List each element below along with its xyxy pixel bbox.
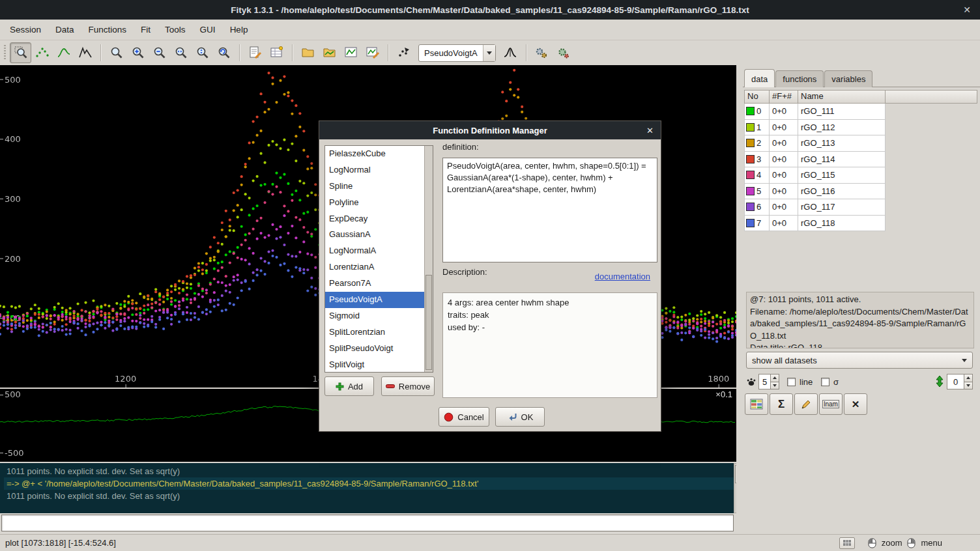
function-list-item[interactable]: ExpDecay <box>325 211 424 227</box>
menu-item[interactable]: Functions <box>81 21 134 38</box>
dataset-name[interactable]: rGO_116 <box>798 184 886 200</box>
zoom-select-button[interactable] <box>10 42 31 63</box>
dropdown-arrow-icon[interactable] <box>957 359 972 362</box>
session-log-button[interactable] <box>244 42 266 63</box>
function-list-item[interactable]: PseudoVoigtA <box>325 292 424 308</box>
menu-item[interactable]: Help <box>223 21 255 38</box>
pane-splitter[interactable] <box>736 65 743 534</box>
data-points-mode-button[interactable] <box>31 42 53 63</box>
menu-item[interactable]: GUI <box>193 21 223 38</box>
dataset-name[interactable]: rGO_111 <box>798 104 886 120</box>
column-header-no[interactable]: No <box>744 90 770 104</box>
dataset-color-swatch[interactable] <box>746 203 755 211</box>
dataset-name[interactable]: rGO_114 <box>798 152 886 168</box>
dataset-name[interactable]: rGO_117 <box>798 199 886 216</box>
function-list-item[interactable]: SplitPseudoVoigt <box>325 341 424 357</box>
dataset-name[interactable]: rGO_118 <box>798 216 886 232</box>
fit-run-button[interactable] <box>531 42 553 63</box>
dataset-row[interactable]: 6 0+0 rGO_117 <box>744 199 886 216</box>
dataset-color-swatch[interactable] <box>746 139 755 147</box>
function-list-item[interactable]: Pearson7A <box>325 276 424 292</box>
dataset-name[interactable]: rGO_115 <box>798 167 886 184</box>
function-list-item[interactable]: SplitVoigt <box>325 357 424 372</box>
stepper-down-icon[interactable] <box>771 382 779 389</box>
data-table-button[interactable] <box>745 393 768 415</box>
scrollbar-thumb[interactable] <box>425 275 432 370</box>
append-data-button[interactable] <box>319 42 340 63</box>
function-list-item[interactable]: LorentzianA <box>325 259 424 276</box>
window-close-icon[interactable]: ✕ <box>963 5 971 15</box>
menu-item[interactable]: Session <box>3 21 48 38</box>
cancel-button[interactable]: Cancel <box>439 407 489 427</box>
dataset-name[interactable]: rGO_113 <box>798 135 886 152</box>
dialog-titlebar[interactable]: Function Definition Manager ✕ <box>319 121 661 139</box>
sigma-checkbox[interactable] <box>821 378 829 386</box>
function-list[interactable]: PielaszekCubeLogNormalSplinePolylineExpD… <box>324 145 433 373</box>
definition-textarea[interactable]: PseudoVoigtA(area, center, hwhm, shape=0… <box>442 158 657 262</box>
stepper-down-icon[interactable] <box>964 382 972 389</box>
sidebar-tab[interactable]: variables <box>824 70 872 87</box>
sidebar-tab[interactable]: functions <box>775 70 824 87</box>
function-list-item[interactable]: GaussianA <box>325 227 424 243</box>
open-data-button[interactable] <box>297 42 319 63</box>
dataset-row[interactable]: 1 0+0 rGO_112 <box>744 120 886 136</box>
dataset-row[interactable]: 3 0+0 rGO_114 <box>744 152 886 168</box>
zoom-previous-button[interactable] <box>213 42 235 63</box>
dataset-color-swatch[interactable] <box>746 123 755 132</box>
statusbar-extra-button[interactable] <box>839 537 855 549</box>
menu-item[interactable]: Tools <box>158 21 193 38</box>
dataset-row[interactable]: 0 0+0 rGO_111 <box>744 104 886 120</box>
shift-stepper[interactable]: 0 <box>947 374 973 389</box>
dialog-close-icon[interactable]: ✕ <box>646 126 654 135</box>
fit-settings-button[interactable] <box>553 42 574 63</box>
plot-preview-button[interactable] <box>340 42 362 63</box>
statistics-button[interactable]: Σ <box>770 393 793 415</box>
dataset-color-swatch[interactable] <box>746 187 755 195</box>
remove-function-button[interactable]: Remove <box>381 376 435 396</box>
line-checkbox[interactable] <box>787 378 796 386</box>
data-line-mode-button[interactable] <box>53 42 74 63</box>
dataset-row[interactable]: 5 0+0 rGO_116 <box>744 184 886 200</box>
dataset-color-swatch[interactable] <box>746 107 755 115</box>
function-list-item[interactable]: Spline <box>325 178 424 195</box>
edit-transform-button[interactable] <box>794 393 818 415</box>
documentation-link[interactable]: documentation <box>595 272 650 281</box>
dataset-color-swatch[interactable] <box>746 219 755 227</box>
dataset-filter-dropdown[interactable]: show all datasets <box>746 352 973 369</box>
zoom-all-button[interactable] <box>106 42 127 63</box>
function-list-item[interactable]: SplitLorentzian <box>325 324 424 341</box>
function-list-item[interactable]: LogNormalA <box>325 243 424 259</box>
dropdown-arrow-icon[interactable] <box>483 45 495 61</box>
dataset-row[interactable]: 4 0+0 rGO_115 <box>744 167 886 184</box>
dataset-row[interactable]: 7 0+0 rGO_118 <box>744 216 886 232</box>
dataset-color-swatch[interactable] <box>746 155 755 163</box>
function-type-dropdown[interactable]: PseudoVoigtA <box>418 44 496 62</box>
stepper-up-icon[interactable] <box>964 374 972 382</box>
data-editor-button[interactable] <box>266 42 287 63</box>
zoom-vertical-button[interactable] <box>192 42 213 63</box>
rename-dataset-button[interactable]: lnam <box>819 393 843 415</box>
window-titlebar[interactable]: Fityk 1.3.1 - /home/aleplo/test/Document… <box>0 0 980 20</box>
menu-item[interactable]: Fit <box>134 21 158 38</box>
add-peak-button[interactable] <box>500 42 521 63</box>
delete-dataset-button[interactable]: ✕ <box>844 393 867 415</box>
function-list-item[interactable]: LogNormal <box>325 162 424 178</box>
ok-button[interactable]: OK <box>495 407 545 427</box>
function-list-item[interactable]: Sigmoid <box>325 308 424 324</box>
dataset-name[interactable]: rGO_112 <box>798 120 886 136</box>
zoom-out-button[interactable] <box>149 42 170 63</box>
auto-add-peak-button[interactable] <box>393 42 414 63</box>
toolbar-grip[interactable] <box>4 45 6 61</box>
function-list-item[interactable]: Polyline <box>325 195 424 211</box>
output-console[interactable]: 1011 points. No explicit std. dev. Set a… <box>0 463 734 513</box>
add-function-button[interactable]: Add <box>324 376 374 396</box>
function-list-scrollbar[interactable] <box>424 146 433 372</box>
zoom-in-button[interactable] <box>127 42 149 63</box>
dataset-color-swatch[interactable] <box>746 171 755 179</box>
vertical-shift-icon[interactable] <box>935 375 944 389</box>
function-list-item[interactable]: PielaszekCube <box>325 146 424 162</box>
stepper-up-icon[interactable] <box>771 374 779 382</box>
zoom-horizontal-button[interactable] <box>170 42 192 63</box>
menu-item[interactable]: Data <box>48 21 81 38</box>
column-header-f[interactable]: #F+# <box>770 90 798 104</box>
